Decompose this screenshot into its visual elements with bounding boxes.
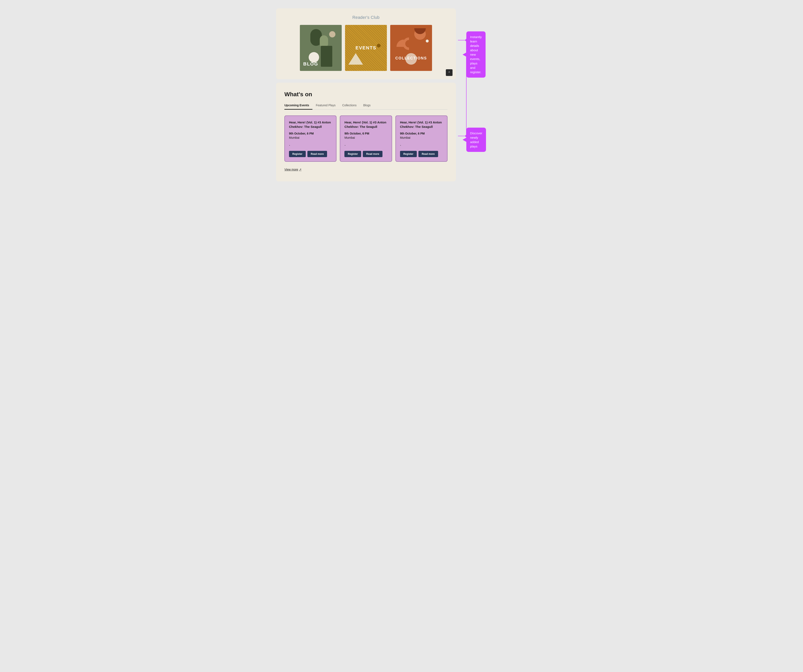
- main-content: Reader's Club BLOG: [276, 8, 456, 181]
- event-dot-2: ·: [345, 143, 387, 148]
- event-date-1: 9th October, 6 PM: [289, 132, 332, 135]
- tab-blogs[interactable]: Blogs: [360, 102, 374, 110]
- event-card-2: Hear, Here! (Vol. 1) #3 Anton Chekhov: T…: [340, 116, 392, 162]
- collections-label: COLLECTIONS: [390, 56, 432, 60]
- view-more-label: View more: [284, 168, 298, 171]
- event-actions-1: Register Read more: [289, 151, 332, 157]
- section-gap: [276, 81, 456, 83]
- tab-collections[interactable]: Collections: [339, 102, 360, 110]
- coll-dot: [426, 39, 429, 42]
- events-card[interactable]: EVENTS: [345, 25, 387, 71]
- event-location-1: Mumbai: [289, 136, 332, 139]
- read-more-button-3[interactable]: Read more: [418, 151, 438, 157]
- read-more-button-2[interactable]: Read more: [363, 151, 382, 157]
- callout-2-bubble: Discover newly added plays: [467, 128, 486, 152]
- event-dot-3: ·: [400, 143, 443, 148]
- event-actions-2: Register Read more: [345, 151, 387, 157]
- callout-1-bubble: Instantly learn details about new events…: [467, 31, 486, 78]
- scroll-up-button[interactable]: ^: [446, 69, 452, 76]
- blog-circle-large: [309, 52, 319, 63]
- hero-title: Reader's Club: [284, 15, 447, 20]
- register-button-1[interactable]: Register: [289, 151, 306, 157]
- register-button-2[interactable]: Register: [345, 151, 361, 157]
- callout-1-text: Instantly learn details about new events…: [470, 35, 482, 74]
- event-title-3: Hear, Here! (Vol. 1) #3 Anton Chekhov: T…: [400, 120, 443, 129]
- blog-circle-small: [329, 31, 335, 37]
- blog-label: BLOG: [303, 61, 318, 67]
- event-card-1: Hear, Here! (Vol. 1) #3 Anton Chekhov: T…: [284, 116, 336, 162]
- tab-featured-plays[interactable]: Featured Plays: [312, 102, 339, 110]
- event-cards-grid: Hear, Here! (Vol. 1) #3 Anton Chekhov: T…: [284, 116, 447, 162]
- blog-rectangle: [321, 46, 332, 67]
- tabs-bar: Upcoming Events Featured Plays Collectio…: [284, 102, 447, 110]
- tab-upcoming-events[interactable]: Upcoming Events: [284, 102, 312, 110]
- collections-decoration: [390, 25, 432, 71]
- event-dot-1: ·: [289, 143, 332, 148]
- section-title: What's on: [284, 91, 447, 98]
- coll-arc: [403, 37, 415, 50]
- callout-2-text: Discover newly added plays: [470, 132, 482, 148]
- view-more-arrow-icon: ↗: [299, 168, 302, 171]
- event-location-3: Mumbai: [400, 136, 443, 139]
- blog-card[interactable]: BLOG: [300, 25, 342, 71]
- event-title-1: Hear, Here! (Vol. 1) #3 Anton Chekhov: T…: [289, 120, 332, 129]
- events-label: EVENTS: [356, 45, 376, 50]
- event-actions-3: Register Read more: [400, 151, 443, 157]
- register-button-3[interactable]: Register: [400, 151, 417, 157]
- read-more-button-1[interactable]: Read more: [307, 151, 327, 157]
- event-location-2: Mumbai: [345, 136, 387, 139]
- events-triangle: [348, 53, 363, 65]
- hero-section: Reader's Club BLOG: [276, 8, 456, 79]
- side-annotations: Instantly learn details about new events…: [456, 8, 527, 181]
- collections-card[interactable]: COLLECTIONS: [390, 25, 432, 71]
- event-card-3: Hear, Here! (Vol. 1) #3 Anton Chekhov: T…: [395, 116, 447, 162]
- event-date-3: 9th October, 6 PM: [400, 132, 443, 135]
- event-date-2: 9th October, 6 PM: [345, 132, 387, 135]
- hero-cards: BLOG EVENTS: [284, 25, 447, 71]
- events-circle-dot: [377, 44, 380, 47]
- event-title-2: Hear, Here! (Vol. 1) #3 Anton Chekhov: T…: [345, 120, 387, 129]
- whats-on-section: What's on Upcoming Events Featured Plays…: [276, 83, 456, 181]
- view-more-link[interactable]: View more ↗: [284, 168, 302, 171]
